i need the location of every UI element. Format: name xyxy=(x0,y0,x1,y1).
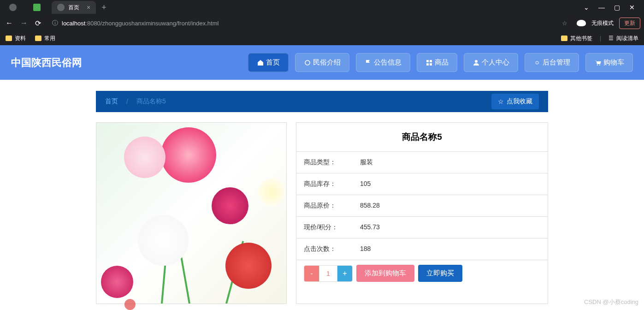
list-icon: ☰ xyxy=(609,35,614,42)
chevron-down-icon[interactable]: ⌄ xyxy=(584,4,589,11)
tab-2[interactable] xyxy=(28,1,50,14)
site-title: 中国陕西民俗网 xyxy=(11,56,82,70)
address-bar: ← → ⟳ ⓘ localhost:8080/zhongguoshanximin… xyxy=(0,15,644,31)
nav-cart[interactable]: 购物车 xyxy=(585,53,633,72)
quantity-stepper: - + xyxy=(304,265,353,282)
url-path: :8080/zhongguoshanximinsuwang/front/inde… xyxy=(85,20,219,27)
svg-point-8 xyxy=(599,65,600,66)
link-icon xyxy=(304,59,311,66)
other-bookmarks[interactable]: 其他书签 xyxy=(561,35,592,42)
breadcrumb-home[interactable]: 首页 xyxy=(105,97,118,106)
incognito-label: 无痕模式 xyxy=(591,19,614,27)
svg-rect-4 xyxy=(430,63,432,66)
window-controls: ⌄ — ▢ ✕ xyxy=(584,4,640,11)
browser-chrome: 首页 × + ⌄ — ▢ ✕ ← → ⟳ ⓘ localhost:8080/zh… xyxy=(0,0,644,45)
globe-icon xyxy=(57,4,65,11)
product-title: 商品名称5 xyxy=(296,123,548,152)
breadcrumb: 首页 / 商品名称5 ☆ 点我收藏 xyxy=(96,91,548,112)
nav-intro[interactable]: 民俗介绍 xyxy=(295,53,349,72)
close-window-icon[interactable]: ✕ xyxy=(629,4,635,11)
svg-point-5 xyxy=(475,60,478,63)
tab-1[interactable] xyxy=(4,1,26,14)
nav-notice[interactable]: 公告信息 xyxy=(356,53,410,72)
star-icon[interactable]: ☆ xyxy=(562,20,567,27)
favorite-button[interactable]: ☆ 点我收藏 xyxy=(491,94,539,109)
row-type: 商品类型：服装 xyxy=(296,152,548,173)
nav-goods[interactable]: 商品 xyxy=(417,53,457,72)
qty-plus-button[interactable]: + xyxy=(337,266,352,281)
star-icon: ☆ xyxy=(498,98,504,105)
add-to-cart-button[interactable]: 添加到购物车 xyxy=(356,265,414,282)
svg-point-7 xyxy=(597,65,598,66)
info-icon: ⓘ xyxy=(52,19,58,27)
new-tab-button[interactable]: + xyxy=(101,3,106,12)
row-click: 点击次数：188 xyxy=(296,238,548,260)
bookmark-folder-2[interactable]: 常用 xyxy=(35,35,55,42)
nav-home[interactable]: 首页 xyxy=(248,53,289,72)
grid-icon xyxy=(425,59,433,66)
svg-point-6 xyxy=(536,61,538,64)
action-row: - + 添加到购物车 立即购买 xyxy=(296,260,548,286)
reading-list[interactable]: ☰阅读清单 xyxy=(609,35,638,42)
tab-active[interactable]: 首页 × xyxy=(52,1,96,14)
flag-icon xyxy=(365,59,372,66)
minimize-icon[interactable]: — xyxy=(598,4,605,11)
qty-minus-button[interactable]: - xyxy=(304,266,319,281)
svg-rect-1 xyxy=(426,60,429,62)
cart-icon xyxy=(594,59,602,66)
bookmark-bar: 资料 常用 其他书签 | ☰阅读清单 xyxy=(0,31,644,45)
url-input[interactable]: ⓘ localhost:8080/zhongguoshanximinsuwang… xyxy=(47,17,573,29)
home-icon xyxy=(257,59,264,66)
globe-icon xyxy=(9,4,17,11)
tab-title: 首页 xyxy=(68,4,79,12)
user-icon xyxy=(473,59,480,66)
nav-menu: 首页 民俗介绍 公告信息 商品 个人中心 后台管理 购物车 xyxy=(248,53,633,72)
breadcrumb-current: 商品名称5 xyxy=(136,97,166,106)
qty-input[interactable] xyxy=(319,266,337,281)
nav-admin[interactable]: 后台管理 xyxy=(525,53,579,72)
incognito-icon xyxy=(577,20,586,26)
buy-now-button[interactable]: 立即购买 xyxy=(418,265,462,282)
url-host: localhost xyxy=(62,20,85,27)
product-row: 商品名称5 商品类型：服装 商品库存：105 商品原价：858.28 现价/积分… xyxy=(96,122,548,304)
row-now: 现价/积分：455.73 xyxy=(296,217,548,238)
close-icon[interactable]: × xyxy=(87,4,90,11)
tab-bar: 首页 × + ⌄ — ▢ ✕ xyxy=(0,0,644,15)
site-header: 中国陕西民俗网 首页 民俗介绍 公告信息 商品 个人中心 后台管理 购物车 xyxy=(0,45,644,80)
row-stock: 商品库存：105 xyxy=(296,173,548,195)
gear-icon xyxy=(533,59,541,66)
update-button[interactable]: 更新 xyxy=(619,18,640,29)
nav-user[interactable]: 个人中心 xyxy=(464,53,518,72)
breadcrumb-sep: / xyxy=(126,98,128,105)
maximize-icon[interactable]: ▢ xyxy=(614,4,620,11)
svg-rect-3 xyxy=(426,63,429,66)
watermark: CSDN @小蔡coding xyxy=(584,298,638,306)
row-orig: 商品原价：858.28 xyxy=(296,195,548,217)
folder-icon xyxy=(561,36,567,41)
svg-point-0 xyxy=(305,60,310,65)
content: 首页 / 商品名称5 ☆ 点我收藏 商品名称5 商品类型：服装 商品库存：105… xyxy=(0,80,644,304)
back-icon[interactable]: ← xyxy=(4,17,15,29)
sheet-icon xyxy=(33,4,41,11)
product-info: 商品名称5 商品类型：服装 商品库存：105 商品原价：858.28 现价/积分… xyxy=(296,122,548,304)
bookmark-folder-1[interactable]: 资料 xyxy=(6,35,26,42)
folder-icon xyxy=(35,36,41,41)
product-image xyxy=(96,122,287,304)
folder-icon xyxy=(6,36,12,41)
reload-icon[interactable]: ⟳ xyxy=(33,17,43,30)
cursor-indicator xyxy=(124,299,136,310)
forward-icon[interactable]: → xyxy=(18,17,30,29)
svg-rect-2 xyxy=(430,60,432,62)
